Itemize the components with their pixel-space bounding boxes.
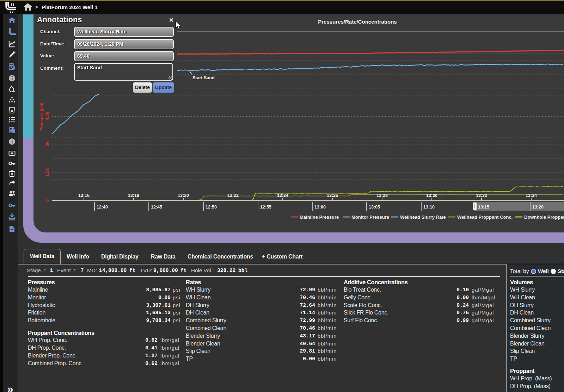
svg-text:3k: 3k (45, 142, 50, 147)
svg-text:12:50: 12:50 (206, 205, 217, 210)
svg-text:Monitor Pressure: Monitor Pressure (351, 214, 389, 220)
svg-text:Pressures/Rate/Concentrations: Pressures/Rate/Concentrations (318, 19, 397, 25)
svg-text:Pressure (psi): Pressure (psi) (39, 102, 44, 131)
svg-text:13:34: 13:34 (526, 193, 537, 198)
svg-text:13:18: 13:18 (128, 193, 139, 198)
svg-text:13:00: 13:00 (314, 205, 326, 210)
svg-text:1.5k: 1.5k (45, 168, 50, 176)
svg-text:13:26: 13:26 (327, 193, 338, 198)
svg-text:13:15: 13:15 (478, 205, 489, 210)
svg-text:Wellhead Slurry Rate: Wellhead Slurry Rate (400, 214, 446, 220)
svg-text:13:24: 13:24 (277, 193, 288, 198)
svg-text:13:05: 13:05 (369, 205, 380, 210)
svg-text:12:45: 12:45 (151, 205, 162, 210)
svg-text:13:16: 13:16 (78, 193, 90, 198)
svg-text:13:30: 13:30 (426, 193, 437, 198)
svg-text:4.5k: 4.5k (45, 112, 50, 120)
svg-text:12:55: 12:55 (260, 205, 271, 210)
svg-text:Start Sand: Start Sand (192, 75, 215, 80)
svg-text:13:10: 13:10 (423, 205, 435, 210)
svg-text:13:20: 13:20 (532, 205, 544, 210)
svg-text:12:40: 12:40 (97, 205, 108, 210)
svg-text:13:28: 13:28 (376, 193, 388, 198)
svg-text:13:32: 13:32 (476, 193, 487, 198)
svg-text:Wellhead Proppant Conc.: Wellhead Proppant Conc. (457, 214, 513, 220)
svg-text:0: 0 (45, 199, 50, 202)
svg-text:13:22: 13:22 (227, 193, 239, 198)
svg-text:Downhole Proppant Conc.: Downhole Proppant Conc. (524, 214, 564, 220)
svg-text:13:20: 13:20 (178, 193, 189, 198)
svg-text:Mainline Pressure: Mainline Pressure (300, 214, 339, 220)
